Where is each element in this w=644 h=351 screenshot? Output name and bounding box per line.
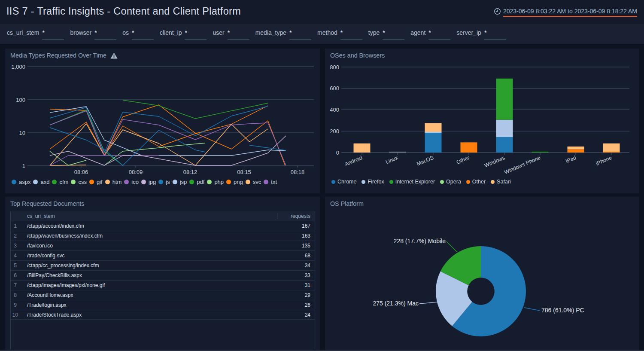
svg-text:228 (17.7%) Mobile: 228 (17.7%) Mobile: [394, 238, 446, 244]
svg-text:Android: Android: [344, 155, 363, 168]
svg-text:600: 600: [330, 85, 339, 92]
svg-text:Windows: Windows: [483, 155, 506, 169]
svg-text:275 (21.3%) Mac: 275 (21.3%) Mac: [373, 300, 419, 307]
svg-text:iPhone: iPhone: [595, 155, 613, 167]
svg-text:400: 400: [330, 107, 339, 113]
svg-text:1,000: 1,000: [11, 64, 25, 70]
svg-text:800: 800: [330, 64, 339, 70]
svg-text:100: 100: [16, 97, 25, 103]
svg-text:08:09: 08:09: [129, 169, 143, 175]
svg-text:iPad: iPad: [565, 155, 577, 165]
svg-text:MacOS: MacOS: [416, 155, 434, 167]
svg-text:200: 200: [330, 128, 339, 134]
svg-text:08:15: 08:15: [237, 169, 251, 175]
svg-text:0: 0: [336, 150, 339, 156]
svg-text:786 (61.0%) PC: 786 (61.0%) PC: [541, 307, 584, 314]
svg-text:08:06: 08:06: [74, 169, 88, 175]
svg-text:08:18: 08:18: [291, 169, 305, 175]
svg-text:Other: Other: [456, 155, 470, 165]
svg-text:Windows Phone: Windows Phone: [504, 155, 542, 175]
svg-text:Linux: Linux: [385, 155, 399, 165]
svg-text:10: 10: [19, 130, 25, 136]
svg-text:1: 1: [22, 163, 25, 169]
svg-text:08:12: 08:12: [183, 169, 197, 175]
